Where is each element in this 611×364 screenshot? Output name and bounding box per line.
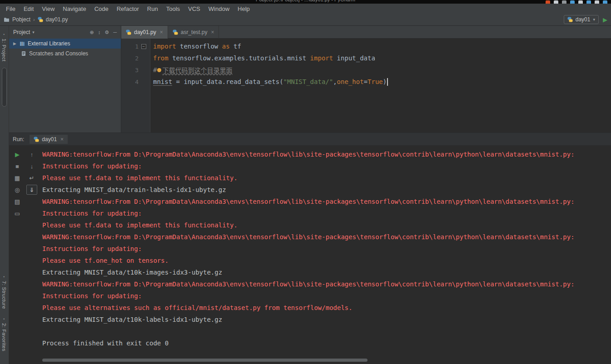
- up-stack-trace-icon[interactable]: ↑: [26, 148, 37, 160]
- console-line: WARNING:tensorflow:From D:\ProgramData\A…: [42, 278, 610, 290]
- tree-item-external-libraries[interactable]: ▶External Libraries: [9, 39, 121, 49]
- restore-layout-icon[interactable]: ▦: [12, 172, 23, 184]
- python-file-icon: [126, 30, 131, 35]
- left-tool-stripe: ▪ 1: Project ▪ 7: Structure ▪ 2: Favorit…: [0, 26, 9, 364]
- python-file-icon: [38, 17, 43, 22]
- menu-item-code[interactable]: Code: [90, 5, 113, 13]
- pin-icon[interactable]: ◎: [12, 184, 23, 196]
- console-line: Instructions for updating:: [42, 160, 610, 172]
- run-panel-label: Run:: [13, 136, 24, 143]
- menu-item-tools[interactable]: Tools: [162, 5, 184, 13]
- locate-icon[interactable]: ⊕: [90, 30, 94, 35]
- menu-item-file[interactable]: File: [2, 5, 20, 13]
- scratches-icon: [21, 51, 26, 56]
- editor-tab-asr-test-py[interactable]: asr_test.py×: [168, 26, 219, 39]
- scroll-to-end-icon[interactable]: ⇓: [26, 185, 37, 195]
- tool-button-project[interactable]: ▪ 1: Project: [1, 32, 7, 62]
- tool-icon-3[interactable]: [570, 0, 575, 4]
- breadcrumb-project[interactable]: Pobject: [12, 16, 30, 23]
- menu-item-help[interactable]: Help: [233, 5, 254, 13]
- down-stack-trace-icon[interactable]: ↓: [26, 160, 37, 172]
- run-tab-label: day01: [42, 136, 57, 143]
- console-line: WARNING:tensorflow:From D:\ProgramData\A…: [42, 231, 610, 243]
- console-line: Instructions for updating:: [42, 207, 610, 219]
- run-tab-day01[interactable]: day01 ×: [30, 135, 68, 144]
- console-line: Process finished with exit code 0: [42, 337, 610, 349]
- favorites-tool-icon: ▪: [2, 317, 6, 321]
- menu-item-view[interactable]: View: [38, 5, 59, 13]
- tool-icon-2[interactable]: [562, 0, 566, 4]
- title-bar-icons: [546, 0, 607, 4]
- chevron-right-icon[interactable]: ▶: [13, 41, 17, 46]
- menu-item-edit[interactable]: Edit: [20, 5, 38, 13]
- left-stripe-indicator: [2, 68, 7, 107]
- menu-item-vcs[interactable]: VCS: [184, 5, 204, 13]
- text-caret: [387, 78, 388, 86]
- project-panel-title[interactable]: Project: [13, 29, 30, 35]
- line-number: 4: [121, 79, 139, 85]
- tool-icon-1[interactable]: [554, 0, 558, 4]
- run-controls: day01 ▾ ▶: [564, 15, 607, 24]
- window-title: Pobject [D:\Pobject] - ...\day01.py - Py…: [0, 0, 611, 2]
- close-icon[interactable]: ×: [211, 29, 214, 35]
- workspace: ▪ 1: Project ▪ 7: Structure ▪ 2: Favorit…: [0, 26, 611, 364]
- run-config-label: day01: [576, 16, 591, 23]
- console-toolbar: ↑↓↵⇓: [26, 148, 37, 196]
- settings-icon[interactable]: ⚙: [104, 30, 109, 35]
- tool-icon-4[interactable]: [578, 0, 583, 4]
- tool-button-favorites[interactable]: ▪ 2: Favorites: [1, 317, 7, 352]
- console-line: Instructions for updating:: [42, 243, 610, 255]
- console-line: Please use alternatives such as official…: [42, 302, 610, 314]
- intention-bulb-icon[interactable]: [157, 68, 161, 72]
- run-config-selector[interactable]: day01 ▾: [564, 15, 599, 24]
- console-line: Extracting MNIST_data/t10k-labels-idx1-u…: [42, 314, 610, 325]
- console-line: [42, 325, 610, 337]
- title-bar: Pobject [D:\Pobject] - ...\day01.py - Py…: [0, 0, 611, 4]
- horizontal-scrollbar[interactable]: [42, 359, 368, 362]
- collapse-all-icon[interactable]: ↕: [98, 30, 101, 35]
- tool-icon-7[interactable]: [603, 0, 607, 4]
- breadcrumb-separator-icon: ›: [33, 17, 35, 22]
- console-output[interactable]: WARNING:tensorflow:From D:\ProgramData\A…: [42, 148, 610, 358]
- run-tool-window: Run: day01 × ▶■▦◎▤▭ ↑↓↵⇓ WARNING:tensorf…: [9, 133, 611, 364]
- project-tree: ▶External LibrariesScratches and Console…: [9, 39, 121, 59]
- console-line: Extracting MNIST_data/train-labels-idx1-…: [42, 184, 610, 196]
- hide-panel-icon[interactable]: ─: [113, 30, 117, 35]
- browser-icon[interactable]: [546, 0, 550, 4]
- breadcrumb-file[interactable]: day01.py: [46, 16, 68, 23]
- menu-item-refactor[interactable]: Refactor: [113, 5, 143, 13]
- console-line: WARNING:tensorflow:From D:\ProgramData\A…: [42, 196, 610, 207]
- fold-icon[interactable]: −: [139, 44, 149, 49]
- console-line: Please use tf.one_hot on tensors.: [42, 255, 610, 266]
- menu-item-run[interactable]: Run: [143, 5, 162, 13]
- line-number: 3: [121, 67, 139, 74]
- stop-icon[interactable]: ■: [12, 160, 23, 172]
- editor-gutter: 1−234: [121, 39, 150, 133]
- rerun-icon[interactable]: ▶: [12, 148, 23, 160]
- editor-tabbar: day01.py×asr_test.py×: [121, 26, 611, 39]
- tree-item-scratches-and-consoles[interactable]: Scratches and Consoles: [9, 49, 121, 59]
- soft-wrap-icon[interactable]: ↵: [26, 172, 37, 184]
- close-icon[interactable]: ×: [160, 29, 163, 35]
- console-line: Please use tf.data to implement this fun…: [42, 219, 610, 231]
- project-toolbar: ⊕↕⚙─: [90, 30, 117, 35]
- close-icon[interactable]: ×: [60, 136, 64, 143]
- folder-icon: [4, 17, 10, 22]
- tool-button-structure[interactable]: ▪ 7: Structure: [1, 275, 7, 309]
- code-area[interactable]: 1−234 import tensorflow as tffrom tensor…: [121, 39, 611, 133]
- clear-all-icon[interactable]: ▭: [12, 207, 23, 219]
- editor-tab-day01-py[interactable]: day01.py×: [121, 26, 168, 39]
- project-tool-icon: ▪: [2, 32, 6, 36]
- run-button[interactable]: ▶: [603, 16, 607, 23]
- line-number: 2: [121, 55, 139, 62]
- chevron-down-icon[interactable]: ▾: [32, 30, 35, 34]
- console-line: WARNING:tensorflow:From D:\ProgramData\A…: [42, 148, 610, 160]
- menu-item-window[interactable]: Window: [204, 5, 233, 13]
- tool-icon-5[interactable]: [586, 0, 591, 4]
- print-icon[interactable]: ▤: [12, 196, 23, 207]
- tool-icon-6[interactable]: [595, 0, 599, 4]
- console-line: Please use tf.data to implement this fun…: [42, 172, 610, 184]
- editor-code[interactable]: import tensorflow as tffrom tensorflow.e…: [150, 39, 611, 133]
- console-line: Extracting MNIST_data/t10k-images-idx3-u…: [42, 266, 610, 278]
- menu-item-navigate[interactable]: Navigate: [59, 5, 90, 13]
